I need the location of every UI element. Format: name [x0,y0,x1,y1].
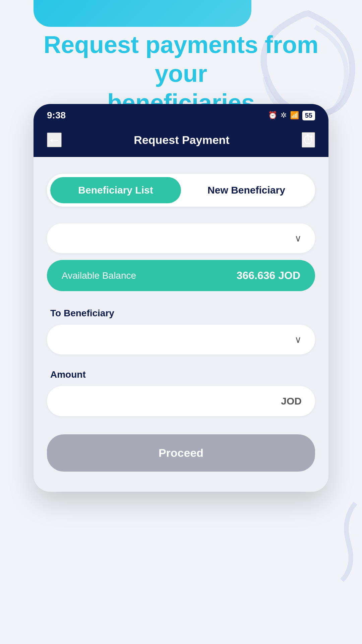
content-area: Beneficiary List New Beneficiary ∨ Avail… [34,157,328,492]
phone-mockup: 9:38 ⏰ ✲ 📶 55 ← Request Payment ⏱ Benefi… [34,104,328,492]
nav-bar: ← Request Payment ⏱ [34,125,328,157]
tab-switcher: Beneficiary List New Beneficiary [47,174,315,207]
status-time: 9:38 [47,110,66,121]
beneficiary-label: To Beneficiary [47,308,315,319]
tab-beneficiary-list[interactable]: Beneficiary List [50,177,181,203]
proceed-button[interactable]: Proceed [47,434,315,472]
deco-swirl-bottom-right [322,500,362,584]
amount-field-group: Amount JOD [47,369,315,416]
alarm-icon: ⏰ [268,111,277,120]
account-dropdown[interactable]: ∨ [47,223,315,253]
amount-field: JOD [47,386,315,416]
amount-currency: JOD [281,395,302,407]
nav-title: Request Payment [134,133,229,147]
battery-icon: 55 [302,111,315,120]
bluetooth-icon: ✲ [281,111,287,120]
signal-icon: 📶 [290,111,299,120]
back-button[interactable]: ← [47,132,62,147]
dropdown-arrow-icon: ∨ [295,233,302,244]
amount-input[interactable] [60,395,281,407]
beneficiary-dropdown-arrow-icon: ∨ [295,334,302,345]
history-button[interactable]: ⏱ [302,132,315,148]
balance-label: Available Balance [62,270,136,281]
beneficiary-dropdown[interactable]: ∨ [47,325,315,355]
balance-amount: 366.636 JOD [237,269,300,282]
beneficiary-field-group: To Beneficiary ∨ [47,308,315,355]
bg-top-decoration [34,0,251,27]
amount-label: Amount [47,369,315,380]
balance-bar: Available Balance 366.636 JOD [47,260,315,291]
status-icons: ⏰ ✲ 📶 55 [268,111,315,120]
tab-new-beneficiary[interactable]: New Beneficiary [181,177,312,203]
status-bar: 9:38 ⏰ ✲ 📶 55 [34,104,328,125]
